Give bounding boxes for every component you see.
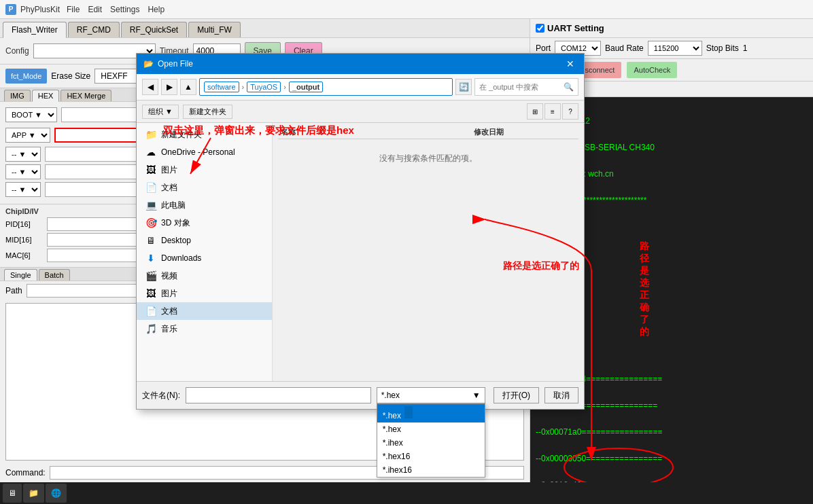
help-button[interactable]: ?: [562, 103, 578, 120]
sidebar-music[interactable]: 🎵 音乐: [137, 320, 272, 338]
boot-select[interactable]: BOOT ▼: [5, 107, 57, 122]
sidebar-documents-2[interactable]: 📄 文档: [137, 302, 272, 320]
erase-size-label: Erase Size: [51, 71, 90, 81]
downloads-icon: ⬇: [145, 252, 157, 264]
cursor-indicator: [404, 406, 413, 418]
new-folder-icon: 📁: [145, 128, 157, 141]
app-select[interactable]: APP ▼: [5, 128, 50, 143]
open-button[interactable]: 打开(O): [494, 387, 539, 403]
filetype-option-3[interactable]: *.hex16: [377, 450, 485, 463]
filetype-option-2[interactable]: *.ihex: [377, 436, 485, 450]
extra-select-2[interactable]: -- ▼: [5, 164, 41, 179]
pictures-icon-2: 🖼: [145, 287, 157, 300]
dialog-sidebar: 📁 新建文件夹 ☁ OneDrive - Personal 🖼 图片 📄 文档 …: [137, 123, 273, 381]
documents-icon-1: 📄: [145, 181, 157, 194]
mac-label: MAC[6]: [5, 251, 43, 259]
stop-value: 1: [743, 43, 748, 53]
nav-forward-button[interactable]: ▶: [161, 79, 177, 95]
nav-back-button[interactable]: ◀: [142, 79, 158, 95]
taskbar-item-2[interactable]: 🌐: [46, 484, 67, 503]
file-list: 没有与搜索条件匹配的项。: [278, 139, 578, 378]
title-bar: P PhyPlusKit File Edit Settings Help: [0, 0, 813, 19]
menu-settings[interactable]: Settings: [110, 5, 139, 14]
sidebar-videos[interactable]: 🎬 视频: [137, 267, 272, 285]
pid-label: PID[16]: [5, 220, 43, 228]
breadcrumb-tuyaos[interactable]: TuyaOS: [247, 82, 281, 92]
videos-icon: 🎬: [145, 270, 157, 282]
stop-label: Stop Bits: [706, 43, 739, 53]
sidebar-onedrive[interactable]: ☁ OneDrive - Personal: [137, 143, 272, 161]
dialog-toolbar: 组织 ▼ 新建文件夹 ⊞ ≡ ?: [137, 101, 584, 123]
onedrive-icon: ☁: [145, 146, 157, 158]
sidebar-desktop[interactable]: 🖥 Desktop: [137, 232, 272, 249]
menu-edit[interactable]: Edit: [88, 5, 102, 14]
menu-file[interactable]: File: [67, 5, 80, 14]
sub-tab-img[interactable]: IMG: [4, 90, 31, 101]
dialog-body: 📁 新建文件夹 ☁ OneDrive - Personal 🖼 图片 📄 文档 …: [137, 123, 584, 381]
filetype-option-0[interactable]: *.hex: [377, 404, 485, 422]
fct-mode-button[interactable]: fct_Mode: [5, 69, 47, 84]
sidebar-downloads[interactable]: ⬇ Downloads: [137, 249, 272, 267]
new-folder-button[interactable]: 新建文件夹: [183, 105, 232, 119]
tab-single[interactable]: Single: [4, 269, 37, 281]
baud-label: Baud Rate: [605, 43, 644, 53]
tab-rf-cmd[interactable]: RF_CMD: [68, 22, 120, 37]
dialog-title-text: 📂 Open File: [143, 59, 193, 69]
sidebar-pictures-1[interactable]: 🖼 图片: [137, 161, 272, 179]
log-extra-3: --0x00003050================: [536, 454, 808, 463]
dropdown-arrow-icon: ▼: [472, 391, 481, 400]
nav-up-button[interactable]: ▲: [180, 79, 196, 95]
search-input[interactable]: [479, 83, 561, 91]
col-date[interactable]: 修改日期: [474, 127, 576, 137]
baud-select[interactable]: 115200: [648, 41, 702, 56]
sidebar-this-pc[interactable]: 💻 此电脑: [137, 196, 272, 214]
tab-multi-fw[interactable]: Multi_FW: [188, 22, 241, 37]
filetype-selected: *.hex: [381, 391, 400, 400]
app-title: PhyPlusKit: [20, 5, 60, 14]
dialog-close-button[interactable]: ✕: [564, 57, 577, 71]
pictures-icon-1: 🖼: [145, 164, 157, 176]
filetype-select-button[interactable]: *.hex ▼: [377, 387, 485, 403]
view-button-1[interactable]: ⊞: [527, 103, 543, 120]
config-label: Config: [5, 46, 29, 56]
search-box: 🔍: [474, 78, 578, 96]
filename-input[interactable]: [186, 387, 371, 403]
uart-header: UART Setting: [530, 19, 813, 38]
filetype-option-1[interactable]: *.hex: [377, 422, 485, 436]
sidebar-pictures-2[interactable]: 🖼 图片: [137, 285, 272, 302]
sidebar-new-folder[interactable]: 📁 新建文件夹: [137, 126, 272, 143]
documents-icon-2: 📄: [145, 305, 157, 317]
view-button-2[interactable]: ≡: [544, 103, 561, 120]
file-dialog: 📂 Open File ✕ ◀ ▶ ▲ software › TuyaOS › …: [136, 53, 585, 410]
breadcrumb-software[interactable]: software: [204, 82, 239, 92]
filetype-option-4[interactable]: *.ihex16: [377, 463, 485, 477]
cancel-button[interactable]: 取消: [544, 387, 578, 403]
organize-button[interactable]: 组织 ▼: [142, 105, 179, 119]
filetype-dropdown: *.hex ▼ *.hex *.hex *.ihex *.hex16 *.ihe…: [377, 387, 485, 403]
extra-select-1[interactable]: -- ▼: [5, 147, 41, 162]
tab-rf-quickset[interactable]: RF_QuickSet: [121, 22, 187, 37]
col-name[interactable]: 名称: [281, 127, 471, 137]
refresh-button[interactable]: 🔄: [455, 79, 472, 95]
tab-batch[interactable]: Batch: [39, 269, 70, 281]
taskbar-item-1[interactable]: 📁: [23, 484, 44, 503]
autocheck-button[interactable]: AutoCheck: [627, 62, 677, 78]
tab-flash-writer[interactable]: Flash_Writer: [3, 22, 67, 38]
uart-enable-checkbox[interactable]: [536, 24, 544, 33]
no-match-text: 没有与搜索条件匹配的项。: [278, 139, 578, 178]
sidebar-documents-1[interactable]: 📄 文档: [137, 179, 272, 196]
filename-label: 文件名(N):: [142, 390, 180, 401]
breadcrumb-output[interactable]: _output: [289, 82, 323, 92]
menu-bar: File Edit Settings Help: [67, 5, 165, 14]
sidebar-3d-objects[interactable]: 🎯 3D 对象: [137, 214, 272, 232]
port-label: Port: [536, 43, 551, 53]
taskbar-item-0[interactable]: 🖥: [3, 484, 22, 503]
sub-tab-hex-merge[interactable]: HEX Merge: [60, 90, 111, 101]
path-label: Path: [5, 286, 22, 295]
dialog-footer: 文件名(N): *.hex ▼ *.hex *.hex *.ihex *.hex…: [137, 381, 584, 409]
mid-label: MID[16]: [5, 236, 43, 244]
menu-help[interactable]: Help: [148, 5, 165, 14]
extra-select-3[interactable]: -- ▼: [5, 182, 41, 197]
sub-tab-hex[interactable]: HEX: [32, 90, 60, 102]
3d-objects-icon: 🎯: [145, 217, 157, 229]
